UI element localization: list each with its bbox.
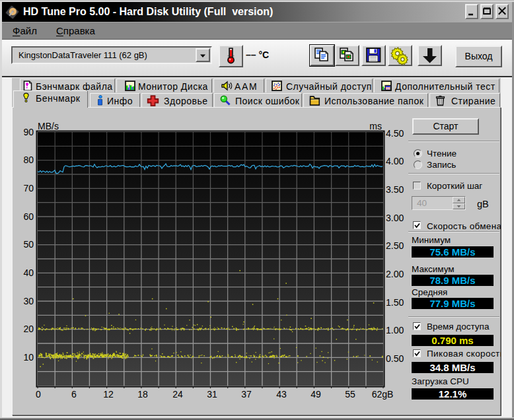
svg-text:62gB: 62gB [372,389,394,400]
svg-text:2.50: 2.50 [386,240,404,251]
svg-text:20: 20 [23,324,34,334]
svg-text:70: 70 [23,183,34,193]
svg-text:30: 30 [23,296,34,306]
svg-text:0.50: 0.50 [386,353,404,364]
svg-text:37: 37 [241,389,252,400]
svg-text:12: 12 [103,389,114,400]
svg-text:6: 6 [71,389,77,400]
svg-text:49: 49 [311,389,321,400]
svg-text:40: 40 [23,267,34,278]
svg-text:18: 18 [137,389,148,400]
svg-text:43: 43 [276,389,287,400]
svg-text:80: 80 [23,155,34,165]
svg-text:50: 50 [23,239,34,250]
svg-text:24: 24 [172,389,183,400]
svg-text:3.50: 3.50 [386,184,404,195]
svg-text:10: 10 [23,352,34,363]
svg-text:ms: ms [369,121,382,131]
svg-text:1.50: 1.50 [386,297,404,308]
svg-text:55: 55 [345,389,355,400]
svg-text:31: 31 [207,389,217,400]
svg-text:60: 60 [23,211,34,222]
svg-text:4.50: 4.50 [386,128,404,139]
svg-text:1.00: 1.00 [386,325,404,335]
svg-text:MB/s: MB/s [38,121,59,131]
svg-text:3.00: 3.00 [386,213,404,223]
svg-text:2.00: 2.00 [386,269,404,279]
svg-text:4.00: 4.00 [386,156,404,166]
svg-text:90: 90 [23,127,34,137]
svg-text:0: 0 [36,389,41,400]
